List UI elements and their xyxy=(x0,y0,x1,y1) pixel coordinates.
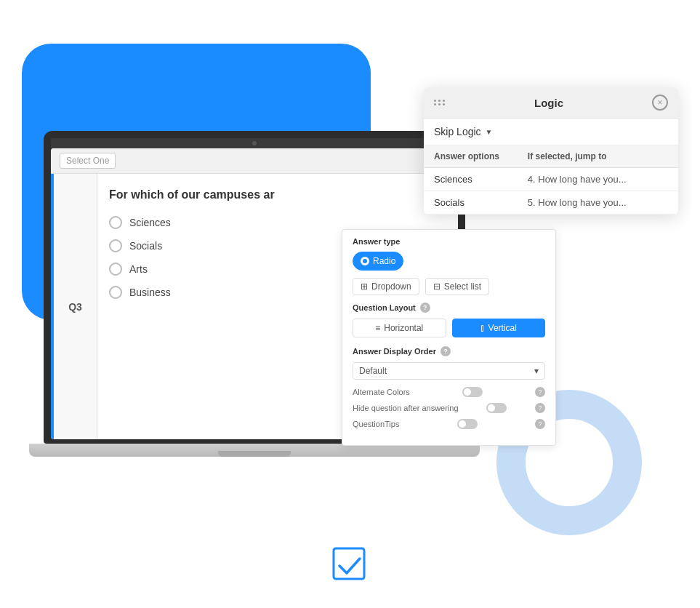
skip-logic-bar: Skip Logic ▼ xyxy=(424,119,678,145)
survey-q-label: Q3 xyxy=(54,174,97,439)
dropdown-btn-label: Dropdown xyxy=(371,281,411,292)
toggle-question-tips-switch[interactable] xyxy=(457,419,478,429)
survey-question-text: For which of our campuses ar xyxy=(109,188,446,201)
answer-type-row-2: ⊞ Dropdown ⊟ Select list xyxy=(353,278,545,295)
bottom-checkmark-icon xyxy=(332,547,369,586)
close-button[interactable]: × xyxy=(652,95,668,111)
answer-type-radio-btn[interactable]: Radio xyxy=(353,252,403,271)
display-order-value: Default xyxy=(359,366,387,376)
toggle-question-tips-info-icon: ? xyxy=(535,419,545,429)
toggle-hide-question-thumb xyxy=(488,404,495,412)
selectlist-icon: ⊟ xyxy=(433,281,440,292)
option-socials-label: Socials xyxy=(129,240,162,252)
radio-business[interactable] xyxy=(109,286,122,299)
display-order-section: Answer Display Order ? Default ▾ xyxy=(353,346,545,380)
logic-row-socials: Socials 5. How long have you... xyxy=(424,191,678,215)
answer-type-label: Answer type xyxy=(353,237,545,246)
radio-socials[interactable] xyxy=(109,239,122,252)
display-order-chevron-icon: ▾ xyxy=(534,366,539,376)
toggle-hide-question-switch[interactable] xyxy=(486,403,507,413)
answer-socials: Socials xyxy=(434,197,528,208)
option-business-label: Business xyxy=(129,287,171,298)
logic-row-sciences: Sciences 4. How long have you... xyxy=(424,168,678,191)
logic-panel: Logic × Skip Logic ▼ Answer options If s… xyxy=(424,87,678,215)
survey-top-bar: Select One xyxy=(51,148,458,174)
answer-type-selectlist-btn[interactable]: ⊟ Select list xyxy=(425,278,489,295)
toggle-alternate-colors: Alternate Colors ? xyxy=(353,387,545,397)
toggle-alternate-colors-switch[interactable] xyxy=(462,387,483,397)
drag-handle-icon[interactable] xyxy=(434,100,446,105)
option-sciences-label: Sciences xyxy=(129,217,171,228)
toggle-alternate-colors-label: Alternate Colors xyxy=(353,388,410,396)
display-order-select[interactable]: Default ▾ xyxy=(353,362,545,380)
answer-type-dropdown-btn[interactable]: ⊞ Dropdown xyxy=(353,278,419,295)
toggle-alternate-colors-thumb xyxy=(464,388,471,396)
laptop-base-notch xyxy=(218,451,291,457)
survey-option-1: Sciences xyxy=(109,216,446,229)
display-order-info-icon: ? xyxy=(440,346,451,356)
jump-sciences: 4. How long have you... xyxy=(528,174,668,185)
layout-horizontal-btn[interactable]: ≡ Horizontal xyxy=(353,319,446,337)
laptop-camera-bar xyxy=(51,138,458,148)
toggle-hide-question-label: Hide question after answering xyxy=(353,404,459,412)
logic-panel-title: Logic xyxy=(534,97,563,109)
layout-options: ≡ Horizontal ⫿ Vertical xyxy=(353,319,545,337)
jump-socials: 5. How long have you... xyxy=(528,197,668,208)
option-arts-label: Arts xyxy=(129,263,148,275)
vertical-icon: ⫿ xyxy=(480,323,485,333)
laptop-camera xyxy=(252,141,257,145)
question-layout-info-icon: ? xyxy=(420,303,430,313)
settings-panel: Answer type Radio ⊞ Dropdown ⊟ Select li… xyxy=(342,229,556,446)
toggle-alternate-colors-info-icon: ? xyxy=(535,387,545,397)
toggle-question-tips: QuestionTips ? xyxy=(353,419,545,429)
selectlist-btn-label: Select list xyxy=(444,281,481,292)
answer-sciences: Sciences xyxy=(434,174,528,185)
radio-arts[interactable] xyxy=(109,263,122,276)
toggle-hide-question-info-icon: ? xyxy=(535,403,545,413)
layout-vertical-btn[interactable]: ⫿ Vertical xyxy=(452,319,546,337)
toggle-question-tips-thumb xyxy=(459,420,466,428)
dropdown-icon: ⊞ xyxy=(361,281,368,292)
col-if-selected: If selected, jump to xyxy=(528,151,668,161)
answer-display-order-label: Answer Display Order ? xyxy=(353,346,545,356)
answer-type-options: Radio xyxy=(353,252,545,271)
question-layout-section-label: Question Layout ? xyxy=(353,303,545,313)
toggle-question-tips-label: QuestionTips xyxy=(353,420,399,428)
logic-panel-header: Logic × xyxy=(424,87,678,119)
radio-sciences[interactable] xyxy=(109,216,122,229)
logic-table-header: Answer options If selected, jump to xyxy=(424,145,678,168)
skip-logic-arrow-icon[interactable]: ▼ xyxy=(486,128,493,136)
svg-rect-0 xyxy=(334,548,364,579)
horizontal-icon: ≡ xyxy=(375,323,380,333)
survey-select-placeholder[interactable]: Select One xyxy=(60,153,116,169)
radio-btn-label: Radio xyxy=(373,256,395,266)
col-answer-options: Answer options xyxy=(434,151,528,161)
radio-check-icon xyxy=(361,257,369,265)
toggle-hide-question: Hide question after answering ? xyxy=(353,403,545,413)
skip-logic-label: Skip Logic xyxy=(434,126,481,137)
